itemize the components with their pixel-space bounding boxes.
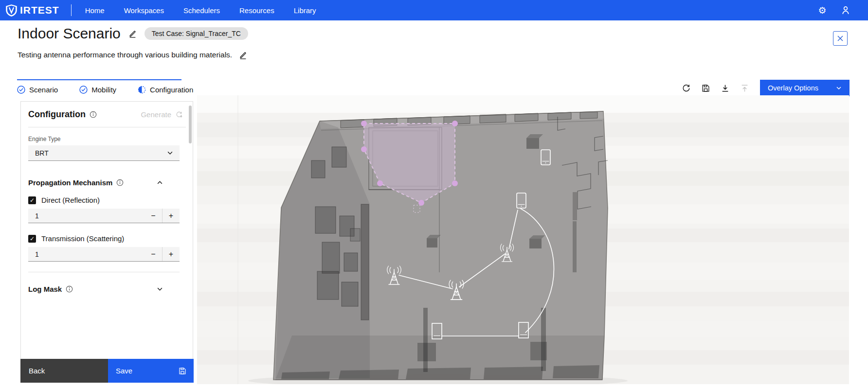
upload-button[interactable]: [739, 82, 750, 94]
upload-icon: [741, 84, 749, 92]
nav-item-workspaces[interactable]: Workspaces: [124, 6, 164, 15]
tab-configuration[interactable]: Configuration: [138, 86, 193, 94]
tab-label: Scenario: [29, 86, 58, 94]
close-button[interactable]: [833, 31, 848, 46]
nav-item-schedulers[interactable]: Schedulers: [183, 6, 220, 15]
page-subtitle: Testing antenna performance through vari…: [18, 51, 232, 59]
selection-handle[interactable]: [452, 180, 458, 186]
settings-gear-icon[interactable]: ⚙: [817, 5, 827, 15]
phone-icon[interactable]: [541, 150, 550, 165]
configuration-panel: Configuration Generate Engine Type BRT P…: [20, 101, 193, 359]
download-button[interactable]: [719, 82, 731, 94]
back-label: Back: [29, 367, 45, 375]
back-button[interactable]: Back: [20, 359, 108, 383]
scene-toolbar: Overlay Options: [680, 80, 850, 96]
log-mask-section-title: Log Mask: [28, 285, 62, 293]
panel-title: Configuration: [28, 109, 86, 120]
transmission-scattering-checkbox[interactable]: ✓: [28, 235, 36, 243]
half-filled-circle-icon: [138, 86, 146, 94]
engine-type-value: BRT: [35, 149, 49, 157]
user-account-icon[interactable]: [841, 5, 850, 15]
nav-item-home[interactable]: Home: [85, 6, 105, 15]
propagation-section-title: Propagation Mechanism: [28, 178, 112, 187]
info-icon[interactable]: [90, 111, 97, 118]
selection-handle[interactable]: [377, 180, 383, 186]
shield-v-logo-icon: [5, 4, 18, 17]
floppy-save-icon: [179, 367, 186, 375]
chevron-down-icon: [167, 150, 173, 156]
close-x-icon: [837, 35, 843, 41]
edit-subtitle-pencil-icon[interactable]: [239, 51, 247, 59]
nav-item-library[interactable]: Library: [294, 6, 316, 15]
generate-refresh-gear-icon: [175, 111, 183, 119]
increment-button[interactable]: +: [162, 209, 180, 223]
selection-handle[interactable]: [452, 121, 458, 126]
panel-scrollbar[interactable]: [189, 106, 192, 143]
download-icon: [721, 84, 729, 92]
info-icon[interactable]: [66, 285, 73, 293]
scene-3d-viewport[interactable]: [197, 95, 849, 384]
save-view-button[interactable]: [700, 82, 711, 94]
nav-divider: [71, 4, 72, 16]
tab-label: Configuration: [150, 86, 193, 94]
top-nav: IRTEST Home Workspaces Schedulers Resour…: [0, 0, 868, 20]
transmission-scattering-row: ✓ Transmission (Scattering): [28, 234, 186, 243]
engine-type-select[interactable]: BRT: [28, 145, 180, 161]
stepper-value[interactable]: 1: [28, 209, 145, 223]
direct-reflection-stepper: 1 − +: [28, 209, 180, 223]
nav-menu: Home Workspaces Schedulers Resources Lib…: [85, 6, 316, 15]
check-circle-icon: [17, 86, 25, 94]
tab-label: Mobility: [91, 86, 116, 94]
selection-handle[interactable]: [361, 121, 367, 126]
step-tabs: Scenario Mobility Configuration: [17, 79, 181, 94]
refresh-icon: [682, 84, 690, 92]
section-divider: [28, 272, 180, 272]
checkbox-label: Transmission (Scattering): [41, 234, 124, 243]
generate-button[interactable]: Generate: [141, 110, 183, 119]
checkbox-label: Direct (Reflection): [41, 196, 100, 204]
nav-item-resources[interactable]: Resources: [239, 6, 274, 15]
save-button[interactable]: Save: [108, 359, 194, 383]
save-label: Save: [116, 367, 132, 375]
transmission-scattering-stepper: 1 − +: [28, 247, 180, 262]
overlay-options-button[interactable]: Overlay Options: [760, 80, 850, 96]
overlay-options-label: Overlay Options: [768, 84, 818, 92]
decrement-button[interactable]: −: [145, 247, 162, 261]
chevron-up-icon[interactable]: [157, 179, 163, 186]
chevron-down-icon: [836, 85, 842, 91]
direct-reflection-row: ✓ Direct (Reflection): [28, 196, 186, 204]
tab-scenario[interactable]: Scenario: [17, 86, 58, 94]
selection-handle[interactable]: [418, 200, 424, 206]
tab-mobility[interactable]: Mobility: [79, 86, 116, 94]
page-title: Indoor Scenario: [18, 25, 121, 42]
generate-label: Generate: [141, 110, 171, 119]
decrement-button[interactable]: −: [145, 209, 162, 223]
increment-button[interactable]: +: [162, 247, 180, 261]
floppy-save-icon: [702, 84, 710, 92]
test-case-badge: Test Case: Signal_Tracer_TC: [145, 27, 248, 40]
engine-type-label: Engine Type: [28, 136, 186, 142]
panel-divider: [28, 127, 186, 127]
selection-handle[interactable]: [361, 146, 367, 152]
edit-title-pencil-icon[interactable]: [128, 30, 137, 38]
chevron-down-icon[interactable]: [157, 286, 163, 292]
stepper-value[interactable]: 1: [28, 247, 145, 261]
brand-wordmark: IRTEST: [20, 4, 59, 16]
direct-reflection-checkbox[interactable]: ✓: [28, 196, 36, 204]
phone-icon[interactable]: [517, 193, 526, 208]
check-circle-icon: [79, 86, 88, 94]
refresh-button[interactable]: [680, 82, 692, 94]
brand-logo[interactable]: IRTEST: [0, 4, 59, 17]
info-icon[interactable]: [116, 179, 124, 186]
